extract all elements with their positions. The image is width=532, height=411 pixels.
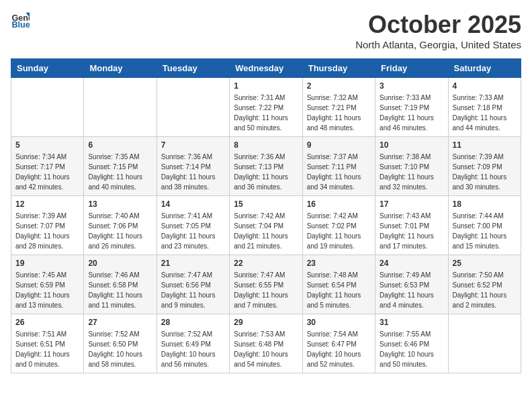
day-number: 7: [161, 140, 225, 150]
calendar-subtitle: North Atlanta, Georgia, United States: [355, 39, 521, 50]
cell-week4-day0: 26Sunrise: 7:51 AM Sunset: 6:51 PM Dayli…: [11, 314, 84, 373]
day-info: Sunrise: 7:41 AM Sunset: 7:05 PM Dayligh…: [161, 211, 225, 251]
day-number: 10: [380, 140, 443, 150]
logo: General Blue: [11, 11, 30, 30]
day-number: 3: [380, 81, 443, 91]
cell-week3-day4: 23Sunrise: 7:48 AM Sunset: 6:54 PM Dayli…: [302, 255, 375, 314]
day-number: 25: [453, 259, 517, 268]
day-info: Sunrise: 7:40 AM Sunset: 7:06 PM Dayligh…: [88, 211, 152, 251]
day-info: Sunrise: 7:33 AM Sunset: 7:19 PM Dayligh…: [380, 93, 443, 133]
day-info: Sunrise: 7:42 AM Sunset: 7:04 PM Dayligh…: [234, 211, 298, 251]
cell-week2-day5: 17Sunrise: 7:43 AM Sunset: 7:01 PM Dayli…: [375, 196, 448, 255]
logo-icon: General Blue: [11, 11, 30, 30]
cell-week0-day2: [157, 78, 229, 137]
day-info: Sunrise: 7:37 AM Sunset: 7:11 PM Dayligh…: [307, 152, 371, 192]
day-info: Sunrise: 7:35 AM Sunset: 7:15 PM Dayligh…: [88, 152, 152, 192]
day-number: 13: [88, 199, 152, 209]
cell-week1-day6: 11Sunrise: 7:39 AM Sunset: 7:09 PM Dayli…: [448, 137, 521, 196]
col-sunday: Sunday: [11, 59, 84, 78]
cell-week1-day4: 9Sunrise: 7:37 AM Sunset: 7:11 PM Daylig…: [302, 137, 375, 196]
day-number: 31: [380, 318, 443, 327]
col-monday: Monday: [84, 59, 157, 78]
col-tuesday: Tuesday: [157, 59, 229, 78]
day-number: 17: [380, 199, 443, 209]
cell-week4-day3: 29Sunrise: 7:53 AM Sunset: 6:48 PM Dayli…: [230, 314, 302, 373]
cell-week2-day3: 15Sunrise: 7:42 AM Sunset: 7:04 PM Dayli…: [230, 196, 302, 255]
day-number: 14: [161, 199, 225, 209]
day-info: Sunrise: 7:44 AM Sunset: 7:00 PM Dayligh…: [453, 211, 517, 251]
cell-week2-day6: 18Sunrise: 7:44 AM Sunset: 7:00 PM Dayli…: [448, 196, 521, 255]
calendar-title: October 2025: [355, 11, 521, 39]
day-info: Sunrise: 7:33 AM Sunset: 7:18 PM Dayligh…: [453, 93, 517, 133]
day-number: 27: [88, 318, 152, 327]
day-number: 20: [88, 259, 152, 268]
cell-week1-day2: 7Sunrise: 7:36 AM Sunset: 7:14 PM Daylig…: [157, 137, 229, 196]
day-info: Sunrise: 7:36 AM Sunset: 7:14 PM Dayligh…: [161, 152, 225, 192]
svg-text:Blue: Blue: [11, 20, 30, 30]
day-info: Sunrise: 7:43 AM Sunset: 7:01 PM Dayligh…: [380, 211, 443, 251]
calendar-header-row: Sunday Monday Tuesday Wednesday Thursday…: [11, 59, 521, 78]
cell-week3-day6: 25Sunrise: 7:50 AM Sunset: 6:52 PM Dayli…: [448, 255, 521, 314]
cell-week0-day0: [11, 78, 84, 137]
day-info: Sunrise: 7:51 AM Sunset: 6:51 PM Dayligh…: [15, 329, 79, 369]
week-row-4: 26Sunrise: 7:51 AM Sunset: 6:51 PM Dayli…: [11, 314, 521, 373]
day-info: Sunrise: 7:31 AM Sunset: 7:22 PM Dayligh…: [234, 93, 298, 133]
day-number: 19: [15, 259, 79, 268]
cell-week3-day2: 21Sunrise: 7:47 AM Sunset: 6:56 PM Dayli…: [157, 255, 229, 314]
col-saturday: Saturday: [448, 59, 521, 78]
cell-week1-day0: 5Sunrise: 7:34 AM Sunset: 7:17 PM Daylig…: [11, 137, 84, 196]
col-wednesday: Wednesday: [230, 59, 302, 78]
cell-week3-day3: 22Sunrise: 7:47 AM Sunset: 6:55 PM Dayli…: [230, 255, 302, 314]
day-number: 22: [234, 259, 298, 268]
day-info: Sunrise: 7:39 AM Sunset: 7:07 PM Dayligh…: [15, 211, 79, 251]
day-number: 28: [161, 318, 225, 327]
day-number: 4: [453, 81, 517, 91]
cell-week0-day6: 4Sunrise: 7:33 AM Sunset: 7:18 PM Daylig…: [448, 78, 521, 137]
day-info: Sunrise: 7:47 AM Sunset: 6:55 PM Dayligh…: [234, 270, 298, 310]
day-info: Sunrise: 7:45 AM Sunset: 6:59 PM Dayligh…: [15, 270, 79, 310]
cell-week0-day3: 1Sunrise: 7:31 AM Sunset: 7:22 PM Daylig…: [230, 78, 302, 137]
cell-week2-day4: 16Sunrise: 7:42 AM Sunset: 7:02 PM Dayli…: [302, 196, 375, 255]
week-row-0: 1Sunrise: 7:31 AM Sunset: 7:22 PM Daylig…: [11, 78, 521, 137]
cell-week0-day1: [84, 78, 157, 137]
day-number: 15: [234, 199, 298, 209]
day-number: 11: [453, 140, 517, 150]
cell-week0-day5: 3Sunrise: 7:33 AM Sunset: 7:19 PM Daylig…: [375, 78, 448, 137]
day-number: 24: [380, 259, 443, 268]
day-info: Sunrise: 7:42 AM Sunset: 7:02 PM Dayligh…: [307, 211, 371, 251]
day-info: Sunrise: 7:46 AM Sunset: 6:58 PM Dayligh…: [88, 270, 152, 310]
day-info: Sunrise: 7:47 AM Sunset: 6:56 PM Dayligh…: [161, 270, 225, 310]
cell-week4-day5: 31Sunrise: 7:55 AM Sunset: 6:46 PM Dayli…: [375, 314, 448, 373]
week-row-1: 5Sunrise: 7:34 AM Sunset: 7:17 PM Daylig…: [11, 137, 521, 196]
day-number: 9: [307, 140, 371, 150]
day-info: Sunrise: 7:48 AM Sunset: 6:54 PM Dayligh…: [307, 270, 371, 310]
page-header: General Blue October 2025 North Atlanta,…: [11, 11, 521, 50]
title-block: October 2025 North Atlanta, Georgia, Uni…: [355, 11, 521, 50]
day-info: Sunrise: 7:54 AM Sunset: 6:47 PM Dayligh…: [307, 329, 371, 369]
cell-week4-day4: 30Sunrise: 7:54 AM Sunset: 6:47 PM Dayli…: [302, 314, 375, 373]
day-number: 23: [307, 259, 371, 268]
day-number: 6: [88, 140, 152, 150]
col-thursday: Thursday: [302, 59, 375, 78]
day-info: Sunrise: 7:36 AM Sunset: 7:13 PM Dayligh…: [234, 152, 298, 192]
cell-week3-day5: 24Sunrise: 7:49 AM Sunset: 6:53 PM Dayli…: [375, 255, 448, 314]
cell-week1-day3: 8Sunrise: 7:36 AM Sunset: 7:13 PM Daylig…: [230, 137, 302, 196]
day-info: Sunrise: 7:53 AM Sunset: 6:48 PM Dayligh…: [234, 329, 298, 369]
day-number: 2: [307, 81, 371, 91]
cell-week0-day4: 2Sunrise: 7:32 AM Sunset: 7:21 PM Daylig…: [302, 78, 375, 137]
cell-week4-day2: 28Sunrise: 7:52 AM Sunset: 6:49 PM Dayli…: [157, 314, 229, 373]
cell-week1-day1: 6Sunrise: 7:35 AM Sunset: 7:15 PM Daylig…: [84, 137, 157, 196]
day-number: 21: [161, 259, 225, 268]
day-number: 26: [15, 318, 79, 327]
day-number: 5: [15, 140, 79, 150]
cell-week3-day0: 19Sunrise: 7:45 AM Sunset: 6:59 PM Dayli…: [11, 255, 84, 314]
day-number: 18: [453, 199, 517, 209]
calendar-table: Sunday Monday Tuesday Wednesday Thursday…: [11, 58, 521, 373]
week-row-2: 12Sunrise: 7:39 AM Sunset: 7:07 PM Dayli…: [11, 196, 521, 255]
day-info: Sunrise: 7:49 AM Sunset: 6:53 PM Dayligh…: [380, 270, 443, 310]
cell-week2-day2: 14Sunrise: 7:41 AM Sunset: 7:05 PM Dayli…: [157, 196, 229, 255]
day-info: Sunrise: 7:50 AM Sunset: 6:52 PM Dayligh…: [453, 270, 517, 310]
day-number: 30: [307, 318, 371, 327]
cell-week2-day0: 12Sunrise: 7:39 AM Sunset: 7:07 PM Dayli…: [11, 196, 84, 255]
day-number: 1: [234, 81, 298, 91]
